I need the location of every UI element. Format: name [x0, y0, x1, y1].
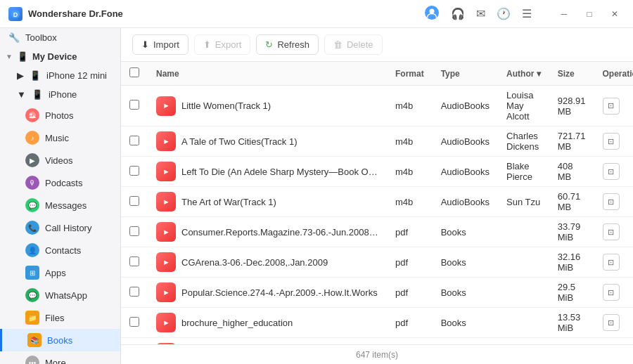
- op-icon: ⊡: [608, 137, 614, 146]
- row-checkbox[interactable]: [121, 187, 148, 217]
- delete-button[interactable]: 🗑 Delete: [324, 34, 383, 55]
- messages-label: Messages: [45, 200, 87, 211]
- refresh-button[interactable]: ↻ Refresh: [256, 34, 319, 55]
- row-name: Consumer.Reports.Magazine.73-06.-Jun.200…: [148, 217, 387, 247]
- mail-icon[interactable]: ✉: [476, 7, 485, 20]
- app-logo: D Wondershare Dr.Fone: [8, 7, 424, 21]
- sidebar-item-videos[interactable]: ▶ Videos: [0, 149, 120, 171]
- content-area: ⬇ Import ⬆ Export ↻ Refresh 🗑 Delete: [121, 28, 633, 364]
- sidebar-item-call-history[interactable]: 📞 Call History: [0, 216, 120, 239]
- row-size: 13.53 MiB: [549, 308, 594, 338]
- operation-button[interactable]: ⊡: [603, 193, 620, 210]
- row-author: [498, 217, 549, 247]
- file-name-label: Popular.Science.274-4.-Apr.2009.-.How.It…: [181, 287, 378, 298]
- sidebar-item-music[interactable]: ♪ Music: [0, 126, 120, 149]
- row-type: AudioBooks: [433, 157, 498, 187]
- col-author[interactable]: Author ▾: [498, 62, 549, 86]
- operation-button[interactable]: ⊡: [603, 284, 620, 301]
- operation-button[interactable]: ⊡: [603, 314, 620, 331]
- sidebar-item-toolbox[interactable]: 🔧 Toolbox: [0, 28, 120, 47]
- sidebar-item-iphone12[interactable]: ▶ 📱 iPhone 12 mini: [0, 66, 120, 85]
- sidebar-item-apps[interactable]: ⊞ Apps: [0, 261, 120, 284]
- row-checkbox[interactable]: [121, 126, 148, 157]
- operation-button[interactable]: ⊡: [603, 98, 620, 115]
- file-icon: [156, 162, 176, 181]
- minimize-button[interactable]: ─: [554, 4, 574, 24]
- chevron-down-icon2: ▼: [17, 89, 26, 100]
- close-button[interactable]: ✕: [605, 4, 625, 24]
- table-row: BusinessWeek.2009-03-16.-16.Mar.2009.-.W…: [121, 338, 633, 345]
- row-checkbox[interactable]: [121, 338, 148, 345]
- row-operation: ⊡: [594, 86, 634, 126]
- photos-icon: [25, 108, 39, 122]
- row-operation: ⊡: [594, 126, 634, 157]
- file-icon: [156, 282, 176, 302]
- row-format: pdf: [387, 308, 433, 338]
- svg-point-5: [30, 113, 32, 115]
- contacts-icon: 👤: [25, 243, 39, 257]
- import-icon: ⬇: [141, 39, 149, 50]
- sidebar-item-iphone[interactable]: ▼ 📱 iPhone: [0, 85, 120, 104]
- table-row: Left To Die (An Adele Sharp Mystery—Book…: [121, 157, 633, 187]
- user-icon[interactable]: [424, 5, 440, 23]
- row-checkbox[interactable]: [121, 278, 148, 308]
- item-count: 647 item(s): [356, 350, 398, 360]
- col-size: Size: [549, 62, 594, 86]
- select-all-checkbox[interactable]: [129, 67, 139, 77]
- col-format: Format: [387, 62, 433, 86]
- table-row: Popular.Science.274-4.-Apr.2009.-.How.It…: [121, 278, 633, 308]
- operation-button[interactable]: ⊡: [603, 254, 620, 271]
- op-icon: ⊡: [608, 167, 614, 176]
- row-checkbox[interactable]: [121, 247, 148, 278]
- row-size: 60.71 MB: [549, 187, 594, 217]
- sidebar-item-messages[interactable]: 💬 Messages: [0, 194, 120, 216]
- chevron-right-icon: ▶: [17, 70, 24, 81]
- row-format: m4b: [387, 86, 433, 126]
- sidebar-item-podcasts[interactable]: 🎙 Podcasts: [0, 171, 120, 194]
- apps-icon: ⊞: [25, 266, 39, 280]
- row-name: A Tale of Two Cities(Track 1): [148, 126, 387, 157]
- headset-icon[interactable]: 🎧: [451, 7, 465, 20]
- sidebar-item-more[interactable]: ••• More: [0, 351, 120, 364]
- row-operation: ⊡: [594, 278, 634, 308]
- row-type: Books: [433, 338, 498, 345]
- call-history-label: Call History: [45, 223, 91, 233]
- file-icon: [156, 222, 176, 242]
- sidebar-item-whatsapp[interactable]: 💬 WhatsApp: [0, 284, 120, 306]
- sidebar-group-my-device[interactable]: ▼ 📱 My Device: [0, 47, 120, 66]
- iphone-label: iPhone: [49, 89, 77, 100]
- maximize-button[interactable]: □: [580, 4, 599, 24]
- row-author: [498, 338, 549, 345]
- sidebar-item-photos[interactable]: Photos: [0, 104, 120, 126]
- row-operation: ⊡: [594, 338, 634, 345]
- col-operation: Operation: [594, 62, 634, 86]
- row-checkbox[interactable]: [121, 217, 148, 247]
- op-icon: ⊡: [608, 258, 614, 267]
- row-size: 32.16 MiB: [549, 247, 594, 278]
- whatsapp-icon: 💬: [25, 288, 39, 302]
- operation-button[interactable]: ⊡: [603, 133, 620, 150]
- row-size: 10.77 MiB: [549, 338, 594, 345]
- operation-button[interactable]: ⊡: [603, 163, 620, 180]
- import-button[interactable]: ⬇ Import: [132, 34, 188, 55]
- books-icon: 📚: [27, 333, 41, 347]
- file-table-container: Name Format Type Author ▾ Size Operation: [121, 62, 633, 344]
- history-icon[interactable]: 🕐: [497, 7, 511, 20]
- operation-button[interactable]: ⊡: [603, 223, 620, 240]
- export-button[interactable]: ⬆ Export: [194, 34, 251, 55]
- file-name-label: A Tale of Two Cities(Track 1): [181, 136, 298, 147]
- iphone12-label: iPhone 12 mini: [46, 70, 107, 81]
- sidebar: 🔧 Toolbox ▼ 📱 My Device ▶ 📱 iPhone 12 mi…: [0, 28, 121, 364]
- toolbox-label: Toolbox: [25, 32, 57, 43]
- file-name-label: Left To Die (An Adele Sharp Mystery—Book…: [181, 167, 378, 177]
- sidebar-item-files[interactable]: 📁 Files: [0, 306, 120, 329]
- row-checkbox[interactable]: [121, 86, 148, 126]
- row-checkbox[interactable]: [121, 308, 148, 338]
- file-icon: [156, 131, 176, 151]
- menu-icon[interactable]: ☰: [522, 7, 532, 20]
- sidebar-item-contacts[interactable]: 👤 Contacts: [0, 239, 120, 261]
- row-checkbox[interactable]: [121, 157, 148, 187]
- svg-text:D: D: [13, 11, 18, 18]
- sidebar-item-books[interactable]: 📚 Books: [0, 329, 120, 351]
- file-table: Name Format Type Author ▾ Size Operation: [121, 62, 633, 344]
